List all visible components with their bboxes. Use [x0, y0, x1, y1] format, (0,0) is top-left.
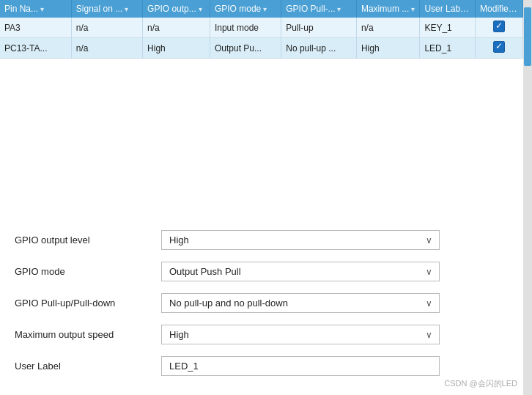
- table-cell-0-4: Pull-up: [281, 18, 357, 38]
- property-row-gpio-pull: GPIO Pull-up/Pull-downNo pull-up and no …: [15, 293, 509, 313]
- scrollbar[interactable]: [523, 0, 532, 395]
- watermark: CSDN @会闪的LED: [444, 378, 517, 389]
- table-row[interactable]: PA3n/an/aInput modePull-upn/aKEY_1: [0, 18, 523, 38]
- select-gpio-mode[interactable]: Output Push PullOutput Open DrainInput m…: [161, 262, 440, 281]
- col-header-signal[interactable]: Signal on ...: [71, 0, 142, 18]
- table-cell-1-1: n/a: [71, 38, 142, 59]
- col-header-gpio-pull[interactable]: GPIO Pull-...: [281, 0, 357, 18]
- table-row[interactable]: PC13-TA...n/aHighOutput Pu...No pull-up …: [0, 38, 523, 59]
- col-header-gpio-output[interactable]: GPIO outp...: [143, 0, 210, 18]
- table-cell-0-6: KEY_1: [420, 18, 476, 38]
- table-cell-1-3: Output Pu...: [210, 38, 281, 59]
- modified-checkbox[interactable]: [493, 41, 505, 53]
- table-cell-0-0: PA3: [0, 18, 71, 38]
- select-maximum-output-speed[interactable]: LowMediumHigh: [161, 325, 440, 344]
- select-wrapper-gpio-mode[interactable]: Output Push PullOutput Open DrainInput m…: [161, 262, 440, 281]
- pin-table: Pin Na... Signal on ... GPIO outp... GPI…: [0, 0, 523, 59]
- property-row-gpio-mode: GPIO modeOutput Push PullOutput Open Dra…: [15, 262, 509, 281]
- property-row-gpio-output-level: GPIO output levelLowHigh: [15, 230, 509, 250]
- properties-panel: GPIO output levelLowHighGPIO modeOutput …: [0, 223, 523, 395]
- property-control-gpio-mode[interactable]: Output Push PullOutput Open DrainInput m…: [161, 262, 440, 281]
- table-cell-0-7[interactable]: [476, 18, 523, 38]
- table-cell-1-0: PC13-TA...: [0, 38, 71, 59]
- select-gpio-pull[interactable]: No pull-up and no pull-downPull-upPull-d…: [161, 293, 440, 313]
- property-row-user-label: User Label: [15, 356, 509, 376]
- select-wrapper-gpio-pull[interactable]: No pull-up and no pull-downPull-upPull-d…: [161, 293, 440, 313]
- property-label-maximum-output-speed: Maximum output speed: [15, 329, 161, 340]
- table-cell-1-5: High: [356, 38, 419, 59]
- table-cell-0-3: Input mode: [210, 18, 281, 38]
- empty-space: [0, 59, 523, 223]
- col-header-maximum[interactable]: Maximum ...: [356, 0, 419, 18]
- scrollbar-thumb[interactable]: [524, 7, 531, 66]
- select-wrapper-gpio-output-level[interactable]: LowHigh: [161, 230, 440, 250]
- table-cell-1-4: No pull-up ...: [281, 38, 357, 59]
- property-label-user-label: User Label: [15, 361, 161, 372]
- table-cell-1-7[interactable]: [476, 38, 523, 59]
- modified-checkbox[interactable]: [493, 21, 505, 32]
- input-user-label[interactable]: [161, 356, 440, 376]
- property-label-gpio-mode: GPIO mode: [15, 266, 161, 277]
- table-cell-0-1: n/a: [71, 18, 142, 38]
- col-header-user-label[interactable]: User Label: [420, 0, 476, 18]
- property-control-user-label[interactable]: [161, 356, 440, 376]
- col-header-modified[interactable]: Modified: [476, 0, 523, 18]
- table-cell-0-5: n/a: [356, 18, 419, 38]
- table-cell-0-2: n/a: [143, 18, 210, 38]
- table-cell-1-2: High: [143, 38, 210, 59]
- col-header-pin-name[interactable]: Pin Na...: [0, 0, 71, 18]
- property-row-maximum-output-speed: Maximum output speedLowMediumHigh: [15, 325, 509, 344]
- col-header-gpio-mode[interactable]: GPIO mode: [210, 0, 281, 18]
- property-label-gpio-pull: GPIO Pull-up/Pull-down: [15, 298, 161, 309]
- property-control-maximum-output-speed[interactable]: LowMediumHigh: [161, 325, 440, 344]
- property-control-gpio-pull[interactable]: No pull-up and no pull-downPull-upPull-d…: [161, 293, 440, 313]
- property-label-gpio-output-level: GPIO output level: [15, 235, 161, 246]
- select-wrapper-maximum-output-speed[interactable]: LowMediumHigh: [161, 325, 440, 344]
- table-cell-1-6: LED_1: [420, 38, 476, 59]
- property-control-gpio-output-level[interactable]: LowHigh: [161, 230, 440, 250]
- select-gpio-output-level[interactable]: LowHigh: [161, 230, 440, 250]
